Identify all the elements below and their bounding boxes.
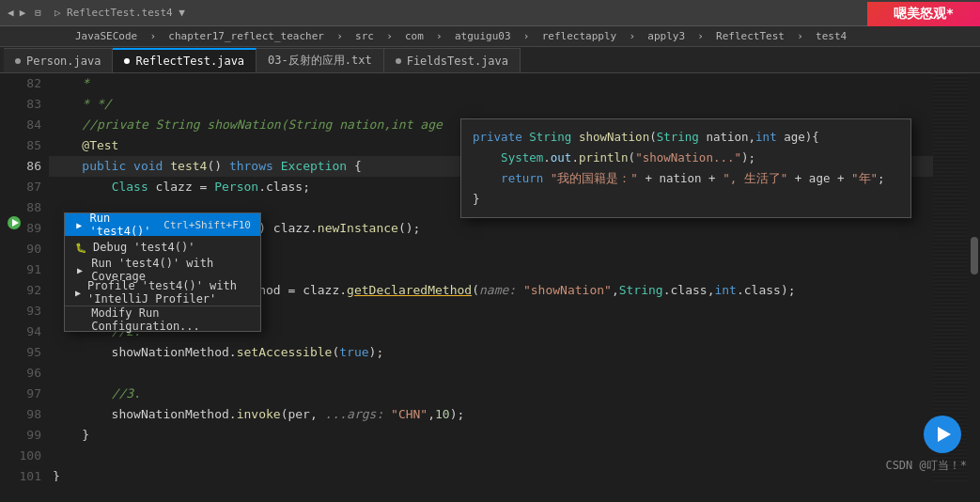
breadcrumb: JavaSECode › chapter17_reflect_teacher ›… — [75, 30, 847, 42]
line-numbers: 82 83 84 85 86 87 88 89 90 91 92 93 94 9… — [0, 73, 49, 481]
tab-fieldstest-java[interactable]: FieldsTest.java — [384, 48, 521, 72]
code-line-95: showNationMethod.setAccessible(true); — [49, 342, 933, 363]
logo-text: 嗯美怒观* — [894, 6, 954, 23]
gutter-run-icon[interactable] — [8, 216, 21, 229]
scroll-thumb[interactable] — [971, 237, 978, 275]
code-line-98: showNationMethod.invoke(per, ...args: "C… — [49, 404, 933, 425]
watermark-text: CSDN @叮当！* — [885, 459, 967, 472]
code-line-100 — [49, 446, 933, 466]
menu-run-test4[interactable]: ▶ Run 'test4()' Ctrl+Shift+F10 — [65, 213, 260, 236]
profile-icon: ▶ — [74, 288, 82, 298]
nav-forward[interactable]: ▶ — [20, 7, 26, 19]
code-line-97: //3. — [49, 384, 933, 404]
menu-modify-config[interactable]: Modify Run Configuration... — [65, 308, 260, 331]
nav-back[interactable]: ◀ — [8, 7, 14, 19]
play-icon — [938, 427, 951, 442]
tab-person-java[interactable]: Person.java — [4, 48, 113, 72]
menu-debug-test4[interactable]: 🐛 Debug 'test4()' — [65, 236, 260, 259]
top-bar: ◀ ▶ ⊟ ▷ ReflectTest.test4 ▼ 嗯美怒观* — [0, 0, 980, 26]
coverage-icon: ▶ — [74, 265, 86, 275]
run-icon: ▶ — [74, 220, 85, 230]
tab-reflecttest-java[interactable]: ReflectTest.java — [113, 48, 257, 72]
code-line-99: } — [49, 425, 933, 446]
context-menu: ▶ Run 'test4()' Ctrl+Shift+F10 🐛 Debug '… — [64, 212, 261, 332]
hover-popup: private String showNation(String nation,… — [460, 118, 911, 218]
file-tabs: Person.java ReflectTest.java 03-反射的应用.tx… — [0, 47, 980, 73]
run-label: ▷ ReflectTest.test4 ▼ — [54, 7, 185, 19]
editor-area: 82 83 84 85 86 87 88 89 90 91 92 93 94 9… — [0, 73, 980, 481]
debug-icon: 🐛 — [74, 243, 87, 253]
menu-run-coverage[interactable]: ▶ Run 'test4()' with Coverage — [65, 259, 260, 281]
recent-files[interactable]: ⊟ — [35, 7, 41, 19]
menu-profile[interactable]: ▶ Profile 'test4()' with 'IntelliJ Profi… — [65, 281, 260, 304]
watermark: CSDN @叮当！* — [885, 458, 967, 474]
code-line-96 — [49, 363, 933, 384]
run-button[interactable] — [924, 416, 961, 453]
ide-tab-bar: JavaSECode › chapter17_reflect_teacher ›… — [0, 26, 980, 47]
logo-area: 嗯美怒观* — [867, 2, 980, 26]
scrollbar[interactable] — [967, 73, 980, 481]
code-line-101: } — [49, 466, 933, 481]
code-line-82: * — [49, 73, 933, 94]
tab-apply-txt[interactable]: 03-反射的应用.txt — [257, 48, 384, 72]
code-line-83: * */ — [49, 94, 933, 115]
